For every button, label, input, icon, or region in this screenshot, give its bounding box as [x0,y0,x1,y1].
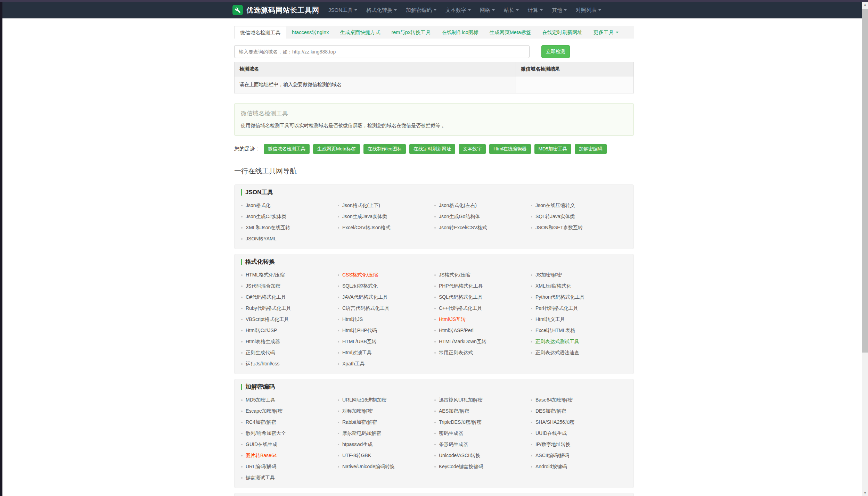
tool-link[interactable]: Rabbit加密/解密 [342,419,377,425]
tool-link[interactable]: MD5加密工具 [246,397,276,403]
tool-link[interactable]: 常用正则表达式 [439,350,473,356]
check-button[interactable]: 立即检测 [541,45,570,58]
tool-link[interactable]: Json格式化(上下) [342,202,380,209]
tool-link[interactable]: Html转PHP代码 [342,328,377,334]
tool-link[interactable]: 密码生成器 [439,430,463,437]
menu-item-1[interactable]: JSON工具 [328,7,357,14]
tool-link[interactable]: JSON转YAML [246,236,276,242]
tool-link[interactable]: XML压缩/格式化 [535,283,571,289]
scroll-up-button[interactable]: ▲ [862,2,868,8]
tool-link[interactable]: Excel/CSV转Json格式 [342,225,390,231]
tool-link[interactable]: UUID在线生成 [535,430,567,437]
tool-link[interactable]: SQL压缩/格式化 [342,283,378,289]
tool-link[interactable]: Json生成C#实体类 [246,214,286,220]
tool-link[interactable]: Excel转HTML表格 [535,328,575,334]
tool-link[interactable]: DES加密/解密 [535,408,566,414]
footprint-tag[interactable]: Html在线编辑器 [489,144,531,154]
tool-link[interactable]: Json生成Go结构体 [439,214,480,220]
tool-link[interactable]: CSS格式化/压缩 [342,272,378,278]
tool-link[interactable]: URL编码/解码 [246,464,276,470]
tool-link[interactable]: ASCII编码/解码 [535,453,569,459]
tool-link[interactable]: 条形码生成器 [439,441,468,448]
tool-link[interactable]: JS格式化/压缩 [439,272,470,278]
brand-link[interactable]: 优选源码网站长工具网 [232,5,319,15]
tool-link[interactable]: Json生成Java实体类 [342,214,387,220]
menu-item-8[interactable]: 其他 [552,7,567,14]
menu-item-7[interactable]: 计算 [528,7,543,14]
tool-link[interactable]: Html转C#/JSP [246,328,277,334]
tool-link[interactable]: Unicode/ASCII转换 [439,453,481,459]
tool-link[interactable]: HTML/UBB互转 [342,339,377,345]
tool-link[interactable]: C#代码格式化工具 [246,294,286,300]
tool-link[interactable]: HTML格式化/压缩 [246,272,285,278]
tool-link[interactable]: Json在线压缩转义 [535,202,575,209]
footprint-tag[interactable]: 加解密编码 [575,144,607,154]
tab-1[interactable]: 微信域名检测工具 [234,26,286,39]
tool-link[interactable]: GUID在线生成 [246,441,277,448]
tool-link[interactable]: VBScript格式化工具 [246,316,289,323]
tool-link[interactable]: JSON和GET参数互转 [535,225,583,231]
tool-link[interactable]: SHA/SHA256加密 [535,419,575,425]
tool-link[interactable]: 正则生成代码 [246,350,275,356]
scrollbar-thumb[interactable] [862,9,868,353]
tool-link[interactable]: SQL代码格式化工具 [439,294,483,300]
tool-link[interactable]: TripleDES加密/解密 [439,419,482,425]
tool-link[interactable]: SQL转Java实体类 [535,214,575,220]
menu-item-9[interactable]: 对照列表 [576,7,601,14]
tool-link[interactable]: Perl代码格式化工具 [535,305,578,312]
domain-input[interactable] [234,45,530,58]
tool-link[interactable]: XML和Json在线互转 [246,225,290,231]
tool-link[interactable]: 正则表达式测试工具 [535,339,579,345]
tool-link[interactable]: URL网址16进制加密 [342,397,387,403]
tool-link[interactable]: Xpath工具 [342,361,365,367]
tab-5[interactable]: 在线制作ico图标 [436,26,484,39]
tool-link[interactable]: RC4加密/解密 [246,419,276,425]
tab-8[interactable]: 更多工具 [588,26,624,39]
tool-link[interactable]: 运行Js/html/css [246,361,279,367]
footprint-tag[interactable]: 文本数字 [459,144,486,154]
tab-6[interactable]: 生成网页Meta标签 [484,26,537,39]
tab-3[interactable]: 生成桌面快捷方式 [334,26,386,39]
tool-link[interactable]: 迅雷旋风URL加解密 [439,397,483,403]
menu-item-5[interactable]: 网络 [480,7,495,14]
tool-link[interactable]: 散列/哈希加密大全 [246,430,286,437]
footprint-tag[interactable]: MD5加密工具 [534,144,572,154]
tool-link[interactable]: PHP代码格式化工具 [439,283,483,289]
tool-link[interactable]: Html转义工具 [535,316,565,323]
tool-link[interactable]: Html表格生成器 [246,339,280,345]
tool-link[interactable]: JAVA代码格式化工具 [342,294,388,300]
tool-link[interactable]: Base64加密/解密 [535,397,573,403]
footprint-tag[interactable]: 微信域名检测工具 [264,144,310,154]
scrollbar[interactable]: ▲ ▼ [862,2,868,496]
tool-link[interactable]: Html转JS [342,316,363,323]
footprint-tag[interactable]: 在线制作ico图标 [363,144,406,154]
tool-link[interactable]: AES加密/解密 [439,408,469,414]
tool-link[interactable]: IP/数字地址转换 [535,441,571,448]
tab-7[interactable]: 在线定时刷新网址 [537,26,588,39]
footprint-tag[interactable]: 生成网页Meta标签 [313,144,360,154]
tool-link[interactable]: C语言代码格式化工具 [342,305,390,312]
tool-link[interactable]: 正则表达式语法速查 [535,350,579,356]
tool-link[interactable]: htpasswd生成 [342,441,372,448]
menu-item-3[interactable]: 加解密编码 [406,7,436,14]
menu-item-2[interactable]: 格式化转换 [366,7,397,14]
tab-2[interactable]: htaccess转nginx [286,26,334,39]
tool-link[interactable]: Escape加密/解密 [246,408,283,414]
tool-link[interactable]: Json格式化(左右) [439,202,477,209]
tool-link[interactable]: 图片转Base64 [246,453,277,459]
tool-link[interactable]: JS加密/解密 [535,272,562,278]
tool-link[interactable]: Android按键码 [535,464,567,470]
tool-link[interactable]: Json转Excel/CSV格式 [439,225,487,231]
scroll-down-button[interactable]: ▼ [862,490,868,496]
tool-link[interactable]: UTF-8转GBK [342,453,371,459]
tool-link[interactable]: Native/Unicode编码转换 [342,464,395,470]
footprint-tag[interactable]: 在线定时刷新网址 [409,144,455,154]
menu-item-4[interactable]: 文本数字 [445,7,471,14]
tool-link[interactable]: Python代码格式化工具 [535,294,585,300]
tool-link[interactable]: KeyCode键盘按键码 [439,464,483,470]
tool-link[interactable]: JS代码混合加密 [246,283,280,289]
tool-link[interactable]: 对称加密/解密 [342,408,373,414]
tool-link[interactable]: 摩尔斯电码加解密 [342,430,381,437]
tool-link[interactable]: Html转ASP/Perl [439,328,474,334]
tab-4[interactable]: rem与px转换工具 [386,26,436,39]
